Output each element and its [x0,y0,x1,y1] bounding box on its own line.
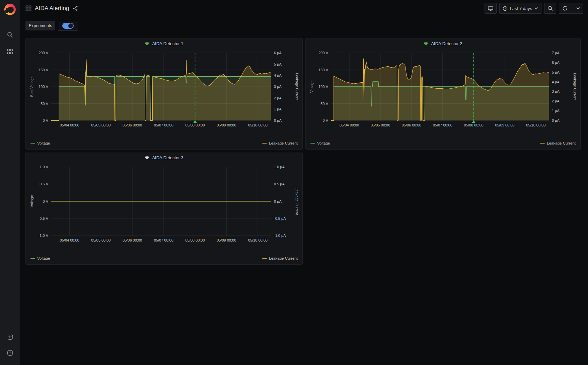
health-heart-icon [145,41,149,46]
timeseries-chart[interactable]: 05/04 00:0005/05 00:0005/06 00:0005/07 0… [28,162,300,248]
legend-item-voltage[interactable]: Voltage [30,256,50,260]
panel-aida-detector-3: AIDA Detector 3 05/04 00:0005/05 00:0005… [25,153,303,265]
legend-item-leakage-current[interactable]: Leakage Current [540,141,576,145]
svg-text:100 V: 100 V [39,85,48,89]
apps-grid-icon[interactable] [0,44,20,59]
panel-title[interactable]: AIDA Detector 2 [308,39,578,48]
svg-text:05/05 00:00: 05/05 00:00 [91,238,111,242]
svg-text:Leakage Current: Leakage Current [573,73,577,100]
svg-text:0 V: 0 V [43,199,48,203]
sign-in-icon[interactable] [0,330,20,344]
zoom-out-button[interactable] [544,3,556,14]
svg-text:05/07 00:00: 05/07 00:00 [433,123,452,127]
grafana-logo-icon [4,4,16,15]
svg-text:0 V: 0 V [322,118,328,122]
panel-title-text: AIDA Detector 2 [431,41,462,46]
svg-text:05/09 00:00: 05/09 00:00 [495,123,514,127]
svg-text:6 µA: 6 µA [274,51,282,55]
svg-text:05/07 00:00: 05/07 00:00 [154,123,173,127]
submenu: Experiments [25,21,588,31]
leakage-series-swatch [540,143,545,144]
page-title: AIDA Alerting [35,5,69,12]
panel-title-text: AIDA Detector 1 [152,41,183,46]
refresh-button-group [559,3,583,14]
experiments-toggle[interactable] [58,21,78,31]
share-icon[interactable] [73,6,78,11]
svg-text:Voltage: Voltage [310,81,314,93]
svg-text:200 V: 200 V [318,51,328,55]
svg-text:1.0 µA: 1.0 µA [274,165,285,169]
svg-text:05/07 00:00: 05/07 00:00 [154,238,173,242]
legend: Voltage Leakage Current [28,254,300,262]
grafana-logo[interactable] [0,1,20,18]
svg-text:05/09 00:00: 05/09 00:00 [217,238,236,242]
experiments-label: Experiments [25,21,55,30]
legend: Voltage Leakage Current [28,139,300,147]
svg-text:0 V: 0 V [43,118,48,122]
svg-text:05/04 00:00: 05/04 00:00 [60,238,79,242]
timeseries-chart[interactable]: 05/04 00:0005/05 00:0005/06 00:0005/07 0… [308,48,578,132]
svg-text:?: ? [9,351,11,355]
voltage-series-swatch [30,143,35,144]
legend-item-voltage[interactable]: Voltage [30,141,50,145]
svg-text:05/04 00:00: 05/04 00:00 [340,123,359,127]
refresh-icon [562,6,568,11]
svg-text:05/10 00:00: 05/10 00:00 [526,123,545,127]
voltage-series-swatch [30,258,35,259]
svg-text:-1.0 µA: -1.0 µA [274,234,286,238]
svg-text:-0.5 µA: -0.5 µA [274,216,286,220]
svg-text:0 µA: 0 µA [274,118,282,122]
svg-text:05/10 00:00: 05/10 00:00 [248,238,268,242]
svg-text:05/05 00:00: 05/05 00:00 [91,123,111,127]
svg-text:150 V: 150 V [39,68,48,72]
svg-text:5 µA: 5 µA [552,70,560,74]
experiments-toggle-knob [68,23,73,28]
svg-text:150 V: 150 V [318,68,328,72]
timeseries-chart[interactable]: 05/04 00:0005/05 00:0005/06 00:0005/07 0… [28,48,300,132]
refresh-button[interactable] [559,3,571,13]
svg-text:6 µA: 6 µA [552,61,560,65]
svg-text:05/06 00:00: 05/06 00:00 [123,123,142,127]
svg-text:100 V: 100 V [318,85,328,89]
svg-text:0 µA: 0 µA [274,199,282,203]
svg-text:Voltage: Voltage [30,195,34,207]
help-icon[interactable]: ? [0,346,20,360]
svg-text:4 µA: 4 µA [274,73,282,77]
svg-text:5 µA: 5 µA [274,62,282,66]
svg-text:-0.5 V: -0.5 V [39,216,49,220]
health-heart-icon [424,41,428,46]
svg-text:1.0 V: 1.0 V [40,165,48,169]
svg-text:7 µA: 7 µA [552,51,560,55]
time-range-label: Last 7 days [510,6,532,11]
legend-item-voltage[interactable]: Voltage [310,141,330,145]
svg-text:05/08 00:00: 05/08 00:00 [464,123,484,127]
leakage-series-swatch [262,258,267,259]
time-range-picker[interactable]: Last 7 days [499,3,542,14]
svg-text:0.5 V: 0.5 V [40,182,48,186]
refresh-interval-dropdown[interactable] [573,3,583,13]
svg-text:3 µA: 3 µA [552,89,560,93]
svg-text:0 µA: 0 µA [552,118,560,122]
svg-text:2 µA: 2 µA [274,96,282,100]
legend-item-leakage-current[interactable]: Leakage Current [262,141,298,145]
svg-text:1 µA: 1 µA [552,109,560,113]
page-header: AIDA Alerting Last 7 days [20,0,588,17]
panel-title[interactable]: AIDA Detector 1 [28,39,300,48]
dashboard-grid-icon[interactable] [25,5,31,11]
leakage-series-swatch [262,143,267,144]
search-icon[interactable] [0,27,20,42]
tv-mode-button[interactable] [485,3,497,14]
svg-text:05/10 00:00: 05/10 00:00 [248,123,268,127]
panel-aida-detector-1: AIDA Detector 1 05/04 00:0005/05 00:0005… [25,38,303,150]
svg-text:05/06 00:00: 05/06 00:00 [123,238,142,242]
panel-title-text: AIDA Detector 3 [152,155,183,160]
panel-title[interactable]: AIDA Detector 3 [28,153,300,162]
svg-text:50 V: 50 V [41,102,48,106]
legend-item-leakage-current[interactable]: Leakage Current [262,256,298,260]
svg-text:05/04 00:00: 05/04 00:00 [60,123,79,127]
panel-aida-detector-2: AIDA Detector 2 05/04 00:0005/05 00:0005… [305,38,581,150]
health-heart-icon [145,156,149,160]
chevron-down-icon [534,7,538,10]
svg-text:3 µA: 3 µA [274,85,282,89]
voltage-series-swatch [310,143,315,144]
